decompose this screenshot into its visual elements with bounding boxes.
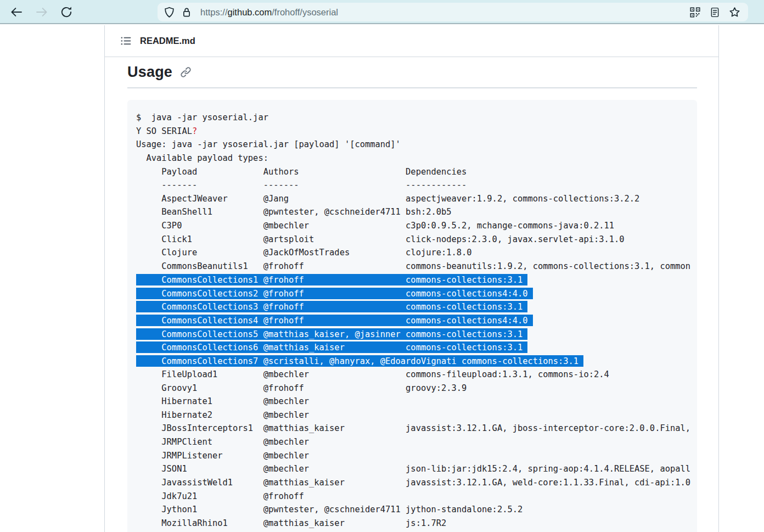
selected-text: CommonsCollections4 @frohoff commons-col… — [136, 315, 533, 326]
usage-code-block[interactable]: $ java -jar ysoserial.jarY SO SERIAL?Usa… — [127, 100, 697, 532]
payload-row: Clojure @JackOfMostTrades clojure:1.8.0 — [136, 246, 697, 260]
code-line-usage: Usage: java -jar ysoserial.jar [payload]… — [136, 138, 697, 152]
selected-text: CommonsCollections6 @matthias_kaiser com… — [136, 341, 527, 353]
payload-row: BeanShell1 @pwntester, @cschneider4711 b… — [136, 205, 697, 219]
tracking-protection-shield-icon[interactable] — [161, 4, 177, 20]
payload-row: JBossInterceptors1 @matthias_kaiser java… — [136, 422, 697, 435]
code-line-available: Available payload types: — [136, 152, 697, 165]
payload-row: CommonsCollections1 @frohoff commons-col… — [136, 273, 697, 287]
payload-row: CommonsCollections3 @frohoff commons-col… — [136, 300, 697, 314]
reload-icon — [59, 5, 74, 19]
payload-row: JavassistWeld1 @matthias_kaiser javassis… — [136, 476, 697, 490]
heading-anchor-link[interactable] — [179, 65, 192, 79]
payload-row: Groovy1 @frohoff groovy:2.3.9 — [136, 382, 697, 395]
payload-row: Hibernate2 @mbechler — [136, 408, 697, 422]
selected-text: CommonsCollections5 @matthias_kaiser, @j… — [136, 328, 527, 340]
payload-row: FileUpload1 @mbechler commons-fileupload… — [136, 368, 697, 382]
reader-mode-button[interactable] — [706, 4, 723, 20]
payload-row: CommonsBeanutils1 @frohoff commons-beanu… — [136, 260, 697, 273]
reload-button[interactable] — [58, 3, 75, 21]
qr-code-icon — [689, 7, 701, 18]
url-scheme: https:// — [200, 7, 228, 17]
payload-row: JSON1 @mbechler json-lib:jar:jdk15:2.4, … — [136, 462, 697, 476]
heading-divider — [127, 87, 697, 88]
link-icon — [180, 66, 192, 78]
qr-code-button[interactable] — [687, 4, 703, 20]
payload-row: JRMPClient @mbechler — [136, 435, 697, 449]
selected-text: CommonsCollections1 @frohoff commons-col… — [136, 274, 527, 285]
readme-header: README.md — [105, 25, 718, 57]
payload-row: CommonsCollections7 @scristalli, @hanyra… — [136, 354, 697, 368]
selected-text: CommonsCollections3 @frohoff commons-col… — [136, 301, 527, 312]
payload-row: JRMPListener @mbechler — [136, 449, 697, 463]
payload-row: CommonsCollections6 @matthias_kaiser com… — [136, 341, 697, 355]
url-path: /frohoff/ysoserial — [272, 7, 338, 17]
selected-text: CommonsCollections2 @frohoff commons-col… — [136, 288, 533, 299]
code-line-command: $ java -jar ysoserial.jar — [136, 111, 697, 125]
payload-row: CommonsCollections5 @matthias_kaiser, @j… — [136, 327, 697, 341]
forward-arrow-icon — [35, 5, 49, 19]
list-unordered-icon — [120, 35, 132, 47]
url-domain: github.com — [228, 7, 272, 17]
back-button[interactable] — [8, 3, 25, 21]
payload-row: MozillaRhino1 @matthias_kaiser js:1.7R2 — [136, 517, 697, 530]
table-of-contents-button[interactable] — [117, 32, 134, 50]
payload-row: Jython1 @pwntester, @cschneider4711 jyth… — [136, 503, 697, 517]
reader-mode-icon — [709, 7, 721, 18]
payload-row: Click1 @artsploit click-nodeps:2.3.0, ja… — [136, 233, 697, 247]
bookmark-star-icon — [728, 6, 741, 19]
url-bar[interactable]: https://github.com/frohoff/ysoserial — [158, 3, 748, 21]
url-text: https://github.com/frohoff/ysoserial — [200, 7, 687, 18]
payload-row: Hibernate1 @mbechler — [136, 395, 697, 408]
code-line-banner: Y SO SERIAL? — [136, 125, 697, 138]
selected-text: CommonsCollections7 @scristalli, @hanyra… — [136, 355, 583, 367]
browser-toolbar: https://github.com/frohoff/ysoserial — [0, 0, 764, 24]
banner-question-mark: ? — [192, 126, 197, 136]
back-arrow-icon — [9, 5, 24, 19]
code-line-column-underlines: ------- ------- ------------ — [136, 178, 697, 192]
forward-button[interactable] — [33, 3, 50, 21]
payload-row: C3P0 @mbechler c3p0:0.9.5.2, mchange-com… — [136, 219, 697, 233]
payload-row: CommonsCollections2 @frohoff commons-col… — [136, 287, 697, 300]
code-line-column-headers: Payload Authors Dependencies — [136, 165, 697, 179]
https-padlock-icon[interactable] — [178, 4, 195, 20]
readme-title: README.md — [140, 36, 195, 46]
payload-row: CommonsCollections4 @frohoff commons-col… — [136, 313, 697, 327]
bookmark-button[interactable] — [726, 4, 743, 20]
section-heading-row: Usage — [127, 63, 192, 81]
payload-row: AspectJWeaver @Jang aspectjweaver:1.9.2,… — [136, 192, 697, 206]
readme-card: README.md Usage $ java -jar ysoserial.ja… — [104, 25, 719, 532]
usage-heading: Usage — [127, 64, 172, 81]
payload-row: Jdk7u21 @frohoff — [136, 490, 697, 503]
